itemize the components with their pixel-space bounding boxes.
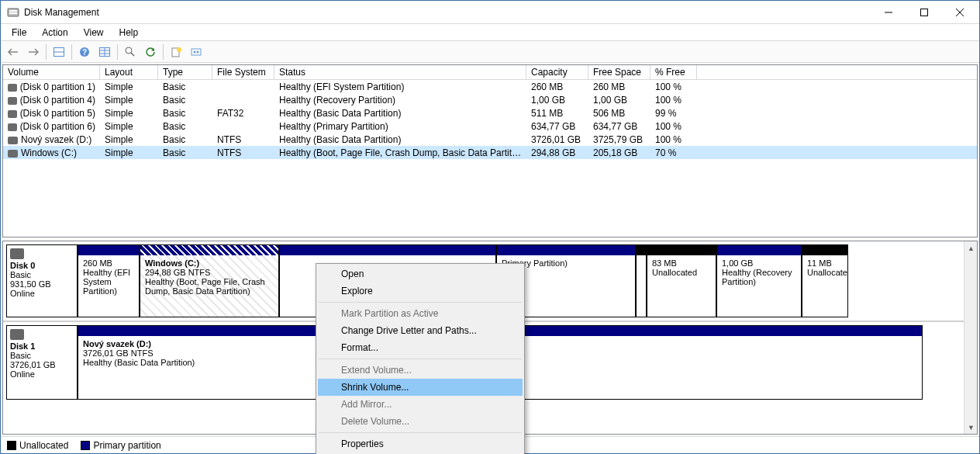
volume-icon <box>8 110 17 118</box>
minimize-button[interactable] <box>871 1 906 24</box>
svg-point-18 <box>177 47 181 52</box>
settings-icon[interactable] <box>187 43 205 61</box>
menu-view[interactable]: View <box>78 26 110 40</box>
svg-point-20 <box>194 50 196 53</box>
volume-row[interactable]: (Disk 0 partition 6)SimpleBasicHealthy (… <box>3 120 977 133</box>
col-type[interactable]: Type <box>158 65 212 79</box>
volume-row[interactable]: Windows (C:)SimpleBasicNTFSHealthy (Boot… <box>3 146 977 159</box>
scroll-up-button[interactable]: ▲ <box>964 241 978 255</box>
volume-row[interactable]: Nový svazek (D:)SimpleBasicNTFSHealthy (… <box>3 133 977 146</box>
svg-line-16 <box>131 53 134 56</box>
context-menu-item: Mark Partition as Active <box>318 305 523 322</box>
disk-type: Basic <box>10 351 74 360</box>
svg-point-21 <box>197 50 199 53</box>
context-menu-item[interactable]: Properties <box>318 435 523 452</box>
search-icon[interactable] <box>121 43 140 61</box>
disk-name: Disk 0 <box>10 261 74 270</box>
partition[interactable] <box>636 244 647 317</box>
volume-icon <box>8 123 17 131</box>
menu-action[interactable]: Action <box>36 26 74 40</box>
disk-name: Disk 1 <box>10 341 74 351</box>
disk-icon <box>10 248 24 259</box>
back-button[interactable] <box>4 43 22 61</box>
volume-icon <box>8 84 17 92</box>
refresh-icon[interactable] <box>141 43 160 61</box>
context-menu: OpenExploreMark Partition as ActiveChang… <box>316 263 525 454</box>
scroll-down-button[interactable]: ▼ <box>964 421 978 434</box>
svg-text:?: ? <box>82 48 87 57</box>
toolbar: ? <box>1 41 979 63</box>
vertical-scrollbar[interactable]: ▲ ▼ <box>964 241 977 434</box>
context-menu-item[interactable]: Shrink Volume... <box>318 379 523 396</box>
volume-row[interactable]: (Disk 0 partition 1)SimpleBasicHealthy (… <box>3 80 977 93</box>
legend-primary: Primary partition <box>81 440 160 451</box>
volume-icon <box>8 97 17 105</box>
layout-icon[interactable] <box>50 43 68 61</box>
volume-icon <box>8 150 18 158</box>
volume-icon <box>8 137 18 144</box>
partition[interactable]: 1,00 GBHealthy (Recovery Partition) <box>716 244 802 317</box>
col-pct[interactable]: % Free <box>650 65 697 79</box>
disk-type: Basic <box>10 270 74 279</box>
menu-file[interactable]: File <box>5 26 33 40</box>
disk-icon <box>10 329 24 340</box>
volume-row[interactable]: (Disk 0 partition 5)SimpleBasicFAT32Heal… <box>3 106 977 120</box>
context-menu-item: Extend Volume... <box>318 362 523 379</box>
context-menu-item[interactable]: Format... <box>318 339 523 356</box>
svg-rect-4 <box>921 9 928 16</box>
col-volume[interactable]: Volume <box>3 65 100 79</box>
partition[interactable]: 83 MBUnallocated <box>647 244 716 317</box>
menu-help[interactable]: Help <box>113 26 145 40</box>
col-capacity[interactable]: Capacity <box>526 65 588 79</box>
context-menu-item: Delete Volume... <box>318 413 523 430</box>
context-menu-item[interactable]: Open <box>318 265 523 282</box>
maximize-button[interactable] <box>906 1 942 24</box>
help-icon[interactable]: ? <box>75 43 94 61</box>
disk-size: 3726,01 GB <box>10 360 74 369</box>
new-icon[interactable] <box>167 43 185 61</box>
col-status[interactable]: Status <box>274 65 526 79</box>
disk-size: 931,50 GB <box>10 279 74 289</box>
grid-icon[interactable] <box>95 43 114 61</box>
col-free[interactable]: Free Space <box>588 65 650 79</box>
volume-list-header: Volume Layout Type File System Status Ca… <box>3 65 977 80</box>
window-title: Disk Management <box>24 7 871 18</box>
context-menu-item: Add Mirror... <box>318 396 523 413</box>
volume-list[interactable]: Volume Layout Type File System Status Ca… <box>2 64 978 237</box>
svg-rect-2 <box>9 12 17 14</box>
title-bar: Disk Management <box>1 1 979 24</box>
app-icon <box>7 6 19 19</box>
menu-bar: File Action View Help <box>1 24 979 41</box>
col-fs[interactable]: File System <box>212 65 274 79</box>
col-layout[interactable]: Layout <box>100 65 158 79</box>
disk-state: Online <box>10 369 74 379</box>
svg-rect-1 <box>9 10 17 12</box>
disk-state: Online <box>10 289 74 298</box>
volume-row[interactable]: (Disk 0 partition 4)SimpleBasicHealthy (… <box>3 93 977 106</box>
svg-point-15 <box>126 47 132 54</box>
svg-rect-19 <box>192 49 201 55</box>
disk-label-0[interactable]: Disk 0 Basic 931,50 GB Online <box>6 244 78 317</box>
partition[interactable]: 260 MBHealthy (EFI System Partition) <box>78 244 140 317</box>
forward-button[interactable] <box>24 43 43 61</box>
disk-label-1[interactable]: Disk 1 Basic 3726,01 GB Online <box>6 325 78 400</box>
legend-unallocated: Unallocated <box>7 440 68 451</box>
partition[interactable]: Windows (C:)294,88 GB NTFSHealthy (Boot,… <box>140 244 279 317</box>
context-menu-item[interactable]: Explore <box>318 282 523 300</box>
partition[interactable]: 11 MBUnallocated <box>802 244 848 317</box>
context-menu-item[interactable]: Change Drive Letter and Paths... <box>318 322 523 339</box>
close-button[interactable] <box>942 1 978 24</box>
